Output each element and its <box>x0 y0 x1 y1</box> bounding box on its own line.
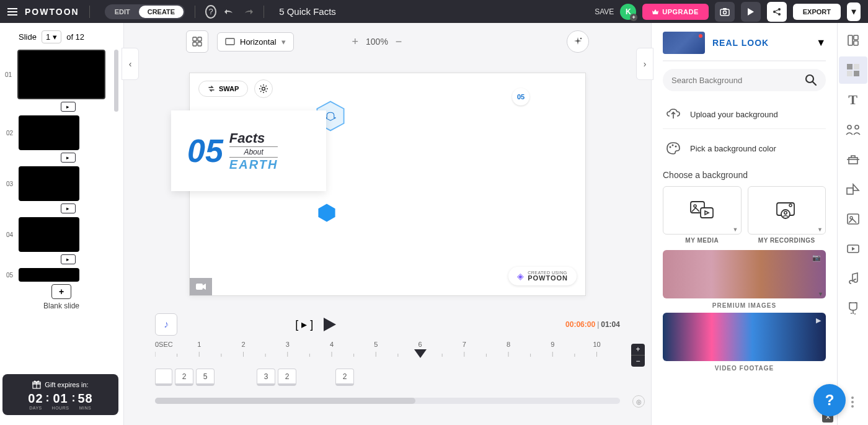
search-icon[interactable] <box>805 74 817 86</box>
slide-thumbnail[interactable]: 05 <box>19 268 118 282</box>
orientation-select[interactable]: Horizontal ▾ <box>217 32 294 51</box>
zoom-value: 100% <box>366 37 388 47</box>
timeline-clip[interactable]: 2 <box>175 369 193 386</box>
divider <box>89 6 90 18</box>
save-button[interactable]: SAVE <box>595 7 614 16</box>
upgrade-button[interactable]: UPGRADE <box>642 4 709 20</box>
menu-hamburger[interactable] <box>7 8 17 16</box>
video-footage-card[interactable]: ▶ <box>663 313 826 361</box>
transition-button[interactable] <box>61 102 76 112</box>
timeline-ruler[interactable]: 0SEC 1 2 3 4 5 6 7 8 9 10 <box>155 341 620 365</box>
project-title[interactable]: 5 Quick Facts <box>279 6 336 17</box>
search-background-input[interactable] <box>671 76 805 85</box>
ai-generate-button[interactable] <box>567 30 589 53</box>
title-block[interactable]: 05 Facts About EARTH <box>171 110 326 191</box>
undo-icon[interactable] <box>224 6 235 17</box>
watermark[interactable]: ◈ CREATED USING POWTOON <box>508 267 577 285</box>
timeline-target-button[interactable]: ◎ <box>632 395 645 408</box>
help-icon[interactable]: ? <box>205 6 216 17</box>
timeline-clip[interactable] <box>155 369 172 386</box>
svg-rect-0 <box>720 9 729 16</box>
slide-selector[interactable]: 1 ▾ <box>42 30 61 43</box>
user-avatar[interactable]: K + <box>620 4 636 20</box>
theme-dropdown[interactable]: ▼ <box>816 37 826 48</box>
slides-list: 01 02 03 04 05 <box>5 50 118 369</box>
timeline-scrollbar[interactable]: ◎ <box>155 398 620 404</box>
corner-badge[interactable]: 05 <box>512 88 529 105</box>
timeline-clip[interactable]: 5 <box>196 369 215 386</box>
tab-props[interactable] <box>839 146 867 173</box>
svg-point-62 <box>855 125 859 129</box>
svg-point-46 <box>675 146 677 148</box>
music-button[interactable]: ♪ <box>155 313 177 336</box>
redo-icon[interactable] <box>242 6 254 17</box>
upgrade-label: UPGRADE <box>662 8 699 16</box>
next-slide-button[interactable]: › <box>636 48 653 80</box>
add-blank-slide-button[interactable]: + <box>51 284 71 299</box>
play-range-button[interactable]: [ ▸ ] <box>295 318 313 331</box>
tab-text[interactable]: T <box>839 86 867 114</box>
upload-background-button[interactable]: Upload your background <box>663 100 826 128</box>
more-options-button[interactable] <box>847 396 858 408</box>
svg-rect-65 <box>847 188 853 194</box>
video-indicator[interactable] <box>190 278 212 295</box>
playhead[interactable] <box>414 349 427 358</box>
svg-point-48 <box>694 205 696 207</box>
play-button[interactable] <box>322 316 338 333</box>
tab-layouts[interactable] <box>839 27 867 54</box>
capture-button[interactable] <box>715 2 735 22</box>
tab-characters[interactable] <box>839 116 867 143</box>
tab-videos[interactable] <box>839 235 867 262</box>
svg-point-44 <box>670 146 671 148</box>
scrollbar-thumb[interactable] <box>155 398 415 404</box>
slide-thumbnail[interactable]: 04 <box>19 217 118 252</box>
export-button[interactable]: EXPORT <box>793 4 841 20</box>
svg-rect-15 <box>226 38 234 45</box>
tab-specials[interactable] <box>839 295 867 322</box>
slide-thumbnail[interactable]: 03 <box>19 166 118 201</box>
choose-background-heading: Choose a background <box>663 170 826 180</box>
settings-button[interactable] <box>254 79 273 98</box>
gift-countdown[interactable]: Gift expires in: 02DAYS : 01HOURS : 58MI… <box>2 374 118 415</box>
prev-slide-button[interactable]: ‹ <box>122 48 139 80</box>
hexagon-fill-shape[interactable] <box>316 202 337 223</box>
slide-thumbnail[interactable]: 02 <box>19 115 118 150</box>
timeline-clip[interactable]: 3 <box>257 369 275 386</box>
logo: POWTOON <box>25 7 79 17</box>
transition-button[interactable] <box>61 153 76 163</box>
my-media-card[interactable]: ▼ <box>663 186 742 235</box>
swap-button[interactable]: SWAP <box>198 81 248 97</box>
timeline-clip[interactable]: 2 <box>335 369 354 386</box>
timeline-zoom-in[interactable]: + <box>631 344 645 356</box>
layout-grid-button[interactable] <box>186 30 208 53</box>
preview-play-button[interactable] <box>741 2 761 22</box>
share-button[interactable] <box>767 2 787 22</box>
create-mode-button[interactable]: CREATE <box>139 6 184 18</box>
gear-icon <box>259 84 268 94</box>
zoom-in-button[interactable]: + <box>352 35 359 48</box>
scrollbar-thumb[interactable] <box>114 50 118 112</box>
add-user-icon[interactable]: + <box>630 14 637 21</box>
timeline-clip[interactable]: 2 <box>278 369 296 386</box>
theme-thumbnail[interactable] <box>663 32 705 54</box>
transition-button[interactable] <box>61 204 76 213</box>
tab-sound[interactable] <box>839 265 867 292</box>
timeline-zoom-out[interactable]: − <box>631 356 645 367</box>
tab-images[interactable] <box>839 205 867 233</box>
slide-of-label: of 12 <box>66 32 84 42</box>
timeline-clips: 2 5 3 2 2 <box>155 368 620 387</box>
my-recordings-card[interactable]: ▼ <box>748 186 826 235</box>
premium-images-card[interactable]: ▼ <box>663 250 826 298</box>
tab-shapes[interactable] <box>839 176 867 203</box>
svg-point-71 <box>854 313 856 315</box>
pick-color-button[interactable]: Pick a background color <box>663 134 826 163</box>
tab-background[interactable] <box>839 56 867 84</box>
help-fab[interactable]: ? <box>813 384 846 416</box>
slide-thumbnail[interactable]: 01 <box>5 50 118 99</box>
transition-button[interactable] <box>61 254 76 264</box>
edit-mode-button[interactable]: EDIT <box>106 6 139 18</box>
zoom-out-button[interactable]: − <box>396 35 402 48</box>
canvas-stage[interactable]: SWAP 05 05 Facts About EARTH ◈ <box>189 73 586 296</box>
export-dropdown[interactable]: ▾ <box>847 2 861 21</box>
media-icon <box>688 199 715 221</box>
